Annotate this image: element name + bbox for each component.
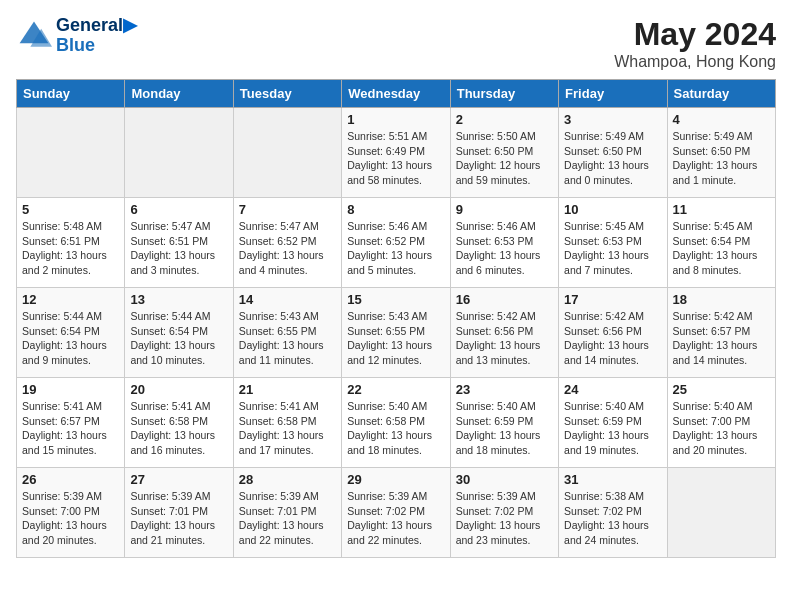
table-row: 9Sunrise: 5:46 AMSunset: 6:53 PMDaylight… bbox=[450, 198, 558, 288]
logo-text: General▶ Blue bbox=[56, 16, 137, 56]
day-detail: Sunrise: 5:46 AMSunset: 6:52 PMDaylight:… bbox=[347, 219, 444, 278]
day-detail: Sunrise: 5:49 AMSunset: 6:50 PMDaylight:… bbox=[564, 129, 661, 188]
day-number: 11 bbox=[673, 202, 770, 217]
calendar-table: Sunday Monday Tuesday Wednesday Thursday… bbox=[16, 79, 776, 558]
calendar-week-row: 19Sunrise: 5:41 AMSunset: 6:57 PMDayligh… bbox=[17, 378, 776, 468]
col-saturday: Saturday bbox=[667, 80, 775, 108]
day-detail: Sunrise: 5:40 AMSunset: 6:59 PMDaylight:… bbox=[564, 399, 661, 458]
day-number: 24 bbox=[564, 382, 661, 397]
table-row: 20Sunrise: 5:41 AMSunset: 6:58 PMDayligh… bbox=[125, 378, 233, 468]
day-detail: Sunrise: 5:45 AMSunset: 6:54 PMDaylight:… bbox=[673, 219, 770, 278]
day-number: 8 bbox=[347, 202, 444, 217]
day-detail: Sunrise: 5:39 AMSunset: 7:01 PMDaylight:… bbox=[239, 489, 336, 548]
day-detail: Sunrise: 5:46 AMSunset: 6:53 PMDaylight:… bbox=[456, 219, 553, 278]
day-detail: Sunrise: 5:43 AMSunset: 6:55 PMDaylight:… bbox=[239, 309, 336, 368]
day-number: 19 bbox=[22, 382, 119, 397]
table-row: 10Sunrise: 5:45 AMSunset: 6:53 PMDayligh… bbox=[559, 198, 667, 288]
table-row: 1Sunrise: 5:51 AMSunset: 6:49 PMDaylight… bbox=[342, 108, 450, 198]
table-row: 12Sunrise: 5:44 AMSunset: 6:54 PMDayligh… bbox=[17, 288, 125, 378]
table-row: 19Sunrise: 5:41 AMSunset: 6:57 PMDayligh… bbox=[17, 378, 125, 468]
table-row: 25Sunrise: 5:40 AMSunset: 7:00 PMDayligh… bbox=[667, 378, 775, 468]
day-number: 13 bbox=[130, 292, 227, 307]
day-detail: Sunrise: 5:47 AMSunset: 6:52 PMDaylight:… bbox=[239, 219, 336, 278]
day-number: 26 bbox=[22, 472, 119, 487]
day-detail: Sunrise: 5:40 AMSunset: 7:00 PMDaylight:… bbox=[673, 399, 770, 458]
page-header: General▶ Blue May 2024 Whampoa, Hong Kon… bbox=[16, 16, 776, 71]
day-number: 9 bbox=[456, 202, 553, 217]
table-row: 17Sunrise: 5:42 AMSunset: 6:56 PMDayligh… bbox=[559, 288, 667, 378]
day-detail: Sunrise: 5:49 AMSunset: 6:50 PMDaylight:… bbox=[673, 129, 770, 188]
day-number: 15 bbox=[347, 292, 444, 307]
table-row: 6Sunrise: 5:47 AMSunset: 6:51 PMDaylight… bbox=[125, 198, 233, 288]
day-detail: Sunrise: 5:42 AMSunset: 6:56 PMDaylight:… bbox=[564, 309, 661, 368]
table-row: 24Sunrise: 5:40 AMSunset: 6:59 PMDayligh… bbox=[559, 378, 667, 468]
day-number: 17 bbox=[564, 292, 661, 307]
day-detail: Sunrise: 5:40 AMSunset: 6:58 PMDaylight:… bbox=[347, 399, 444, 458]
table-row: 3Sunrise: 5:49 AMSunset: 6:50 PMDaylight… bbox=[559, 108, 667, 198]
table-row bbox=[233, 108, 341, 198]
day-detail: Sunrise: 5:38 AMSunset: 7:02 PMDaylight:… bbox=[564, 489, 661, 548]
day-detail: Sunrise: 5:39 AMSunset: 7:02 PMDaylight:… bbox=[347, 489, 444, 548]
logo-icon bbox=[16, 18, 52, 54]
table-row: 29Sunrise: 5:39 AMSunset: 7:02 PMDayligh… bbox=[342, 468, 450, 558]
table-row: 11Sunrise: 5:45 AMSunset: 6:54 PMDayligh… bbox=[667, 198, 775, 288]
day-detail: Sunrise: 5:51 AMSunset: 6:49 PMDaylight:… bbox=[347, 129, 444, 188]
day-number: 5 bbox=[22, 202, 119, 217]
day-detail: Sunrise: 5:50 AMSunset: 6:50 PMDaylight:… bbox=[456, 129, 553, 188]
day-number: 25 bbox=[673, 382, 770, 397]
day-number: 29 bbox=[347, 472, 444, 487]
day-number: 16 bbox=[456, 292, 553, 307]
day-detail: Sunrise: 5:41 AMSunset: 6:57 PMDaylight:… bbox=[22, 399, 119, 458]
day-detail: Sunrise: 5:44 AMSunset: 6:54 PMDaylight:… bbox=[130, 309, 227, 368]
day-number: 28 bbox=[239, 472, 336, 487]
day-detail: Sunrise: 5:39 AMSunset: 7:01 PMDaylight:… bbox=[130, 489, 227, 548]
day-detail: Sunrise: 5:48 AMSunset: 6:51 PMDaylight:… bbox=[22, 219, 119, 278]
day-number: 7 bbox=[239, 202, 336, 217]
day-number: 31 bbox=[564, 472, 661, 487]
calendar-week-row: 26Sunrise: 5:39 AMSunset: 7:00 PMDayligh… bbox=[17, 468, 776, 558]
table-row: 22Sunrise: 5:40 AMSunset: 6:58 PMDayligh… bbox=[342, 378, 450, 468]
day-number: 10 bbox=[564, 202, 661, 217]
calendar-week-row: 5Sunrise: 5:48 AMSunset: 6:51 PMDaylight… bbox=[17, 198, 776, 288]
table-row: 14Sunrise: 5:43 AMSunset: 6:55 PMDayligh… bbox=[233, 288, 341, 378]
day-number: 2 bbox=[456, 112, 553, 127]
table-row: 28Sunrise: 5:39 AMSunset: 7:01 PMDayligh… bbox=[233, 468, 341, 558]
day-number: 1 bbox=[347, 112, 444, 127]
title-block: May 2024 Whampoa, Hong Kong bbox=[614, 16, 776, 71]
table-row: 23Sunrise: 5:40 AMSunset: 6:59 PMDayligh… bbox=[450, 378, 558, 468]
table-row: 26Sunrise: 5:39 AMSunset: 7:00 PMDayligh… bbox=[17, 468, 125, 558]
day-detail: Sunrise: 5:44 AMSunset: 6:54 PMDaylight:… bbox=[22, 309, 119, 368]
day-number: 22 bbox=[347, 382, 444, 397]
calendar-title: May 2024 bbox=[614, 16, 776, 53]
col-thursday: Thursday bbox=[450, 80, 558, 108]
table-row: 8Sunrise: 5:46 AMSunset: 6:52 PMDaylight… bbox=[342, 198, 450, 288]
day-number: 23 bbox=[456, 382, 553, 397]
col-tuesday: Tuesday bbox=[233, 80, 341, 108]
day-detail: Sunrise: 5:42 AMSunset: 6:56 PMDaylight:… bbox=[456, 309, 553, 368]
day-number: 14 bbox=[239, 292, 336, 307]
calendar-subtitle: Whampoa, Hong Kong bbox=[614, 53, 776, 71]
table-row: 15Sunrise: 5:43 AMSunset: 6:55 PMDayligh… bbox=[342, 288, 450, 378]
day-detail: Sunrise: 5:39 AMSunset: 7:02 PMDaylight:… bbox=[456, 489, 553, 548]
col-sunday: Sunday bbox=[17, 80, 125, 108]
table-row bbox=[125, 108, 233, 198]
day-detail: Sunrise: 5:42 AMSunset: 6:57 PMDaylight:… bbox=[673, 309, 770, 368]
calendar-header-row: Sunday Monday Tuesday Wednesday Thursday… bbox=[17, 80, 776, 108]
table-row: 31Sunrise: 5:38 AMSunset: 7:02 PMDayligh… bbox=[559, 468, 667, 558]
day-number: 6 bbox=[130, 202, 227, 217]
table-row bbox=[667, 468, 775, 558]
table-row: 4Sunrise: 5:49 AMSunset: 6:50 PMDaylight… bbox=[667, 108, 775, 198]
day-number: 21 bbox=[239, 382, 336, 397]
table-row: 30Sunrise: 5:39 AMSunset: 7:02 PMDayligh… bbox=[450, 468, 558, 558]
day-detail: Sunrise: 5:45 AMSunset: 6:53 PMDaylight:… bbox=[564, 219, 661, 278]
day-number: 3 bbox=[564, 112, 661, 127]
col-friday: Friday bbox=[559, 80, 667, 108]
logo: General▶ Blue bbox=[16, 16, 137, 56]
table-row bbox=[17, 108, 125, 198]
table-row: 18Sunrise: 5:42 AMSunset: 6:57 PMDayligh… bbox=[667, 288, 775, 378]
day-number: 27 bbox=[130, 472, 227, 487]
day-number: 30 bbox=[456, 472, 553, 487]
day-detail: Sunrise: 5:41 AMSunset: 6:58 PMDaylight:… bbox=[130, 399, 227, 458]
table-row: 2Sunrise: 5:50 AMSunset: 6:50 PMDaylight… bbox=[450, 108, 558, 198]
table-row: 21Sunrise: 5:41 AMSunset: 6:58 PMDayligh… bbox=[233, 378, 341, 468]
